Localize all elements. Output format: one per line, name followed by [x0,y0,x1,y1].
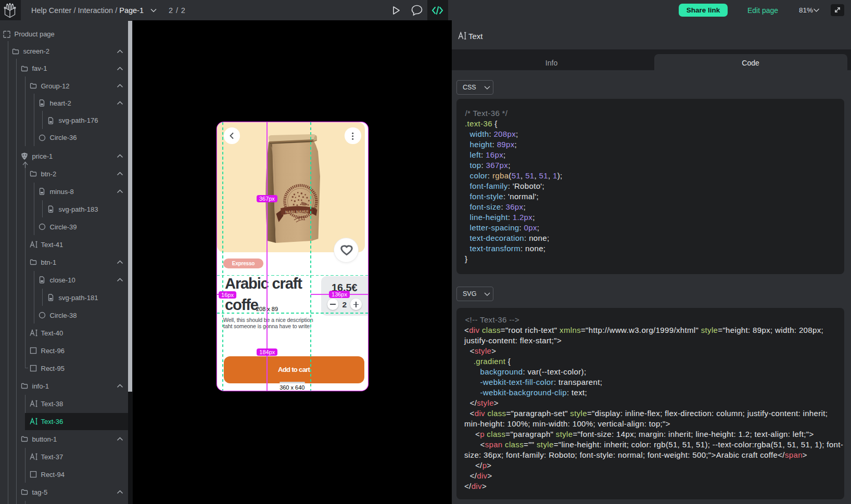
svg-text:NABI NAHUI: NABI NAHUI [285,209,309,215]
